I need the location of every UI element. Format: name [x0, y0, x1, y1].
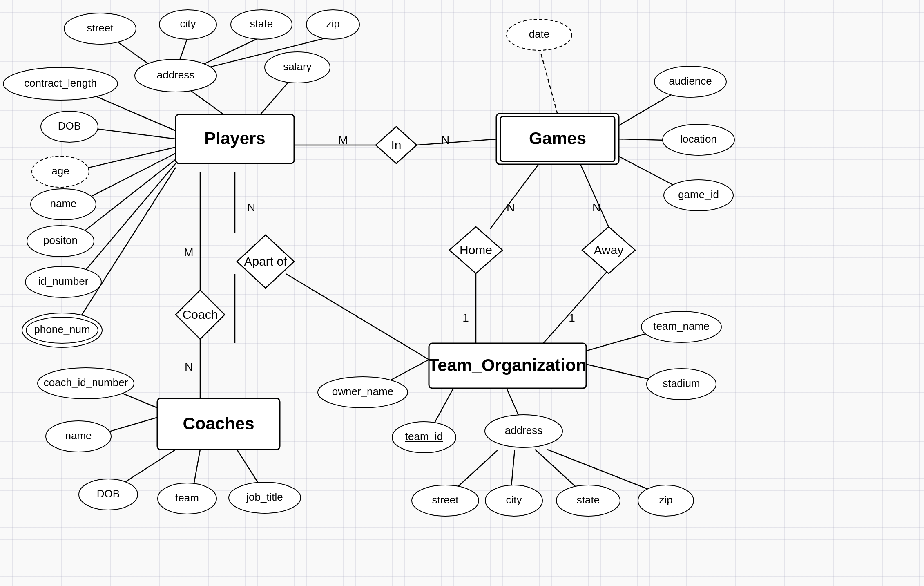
attr-job-title-label: job_title [246, 491, 283, 503]
attr-state-top-label: state [250, 18, 273, 30]
rel-away-label: Away [594, 243, 624, 257]
attr-zip-bottom-label: zip [659, 494, 672, 506]
attr-stadium-label: stadium [663, 377, 700, 389]
rel-apart-of-label: Apart of [244, 255, 287, 268]
attr-salary-label: salary [283, 60, 311, 73]
card-coach-coaches-n: N [185, 360, 193, 373]
attr-dob-players-label: DOB [58, 120, 81, 132]
svg-line-20 [580, 163, 609, 227]
attr-address-label: address [157, 69, 195, 81]
attr-city-top-label: city [180, 18, 196, 30]
svg-line-19 [490, 163, 539, 229]
card-games-away-n: N [592, 201, 600, 214]
entity-team-org-label: Team_Organization [429, 356, 587, 375]
svg-line-14 [417, 139, 498, 145]
svg-line-25 [286, 274, 429, 360]
attr-address-team-org-label: address [505, 424, 543, 436]
attr-position-label: positon [43, 234, 78, 246]
card-apart-players-n: N [247, 201, 255, 214]
attr-team-name-label: team_name [653, 320, 709, 332]
rel-coach-label: Coach [183, 308, 218, 321]
card-home-team-1: 1 [462, 311, 469, 324]
attr-name-coaches-label: name [65, 429, 92, 442]
attr-id-number-label: id_number [38, 275, 89, 287]
attr-audience-label: audience [669, 75, 712, 87]
attr-team-id-label: team_id [405, 430, 443, 443]
attr-age-label: age [51, 165, 69, 177]
attr-team-coaches-label: team [175, 492, 199, 504]
attr-coach-id-label: coach_id_number [44, 376, 128, 389]
card-in-games: N [441, 134, 449, 146]
attr-phone-num-label: phone_num [34, 323, 90, 335]
card-players-coach-m: M [184, 246, 193, 259]
attr-city-bottom-label: city [506, 494, 522, 506]
attr-date-label: date [529, 28, 550, 40]
card-away-team-1: 1 [569, 311, 575, 324]
attr-contract-length-label: contract_length [24, 77, 97, 89]
er-diagram: Players Games Coaches Team_Organization … [0, 0, 924, 586]
attr-state-bottom-label: state [577, 494, 600, 506]
attr-location-label: location [680, 133, 717, 145]
rel-home-label: Home [460, 243, 492, 257]
attr-zip-top-label: zip [326, 18, 339, 30]
svg-line-15 [539, 47, 558, 114]
attr-street-bottom-label: street [432, 494, 459, 506]
attr-name-players-label: name [50, 197, 76, 210]
entity-games-label: Games [529, 129, 586, 148]
attr-owner-name-label: owner_name [332, 385, 393, 398]
attr-street-label: street [87, 22, 114, 34]
svg-line-30 [118, 450, 176, 486]
svg-line-11 [76, 163, 176, 282]
attr-game-id-label: game_id [678, 188, 719, 201]
card-games-home-n: N [507, 201, 515, 214]
diagram-container: Players Games Coaches Team_Organization … [0, 0, 924, 586]
attr-dob-coaches-label: DOB [97, 488, 120, 500]
entity-players-label: Players [204, 129, 265, 148]
entity-coaches-label: Coaches [183, 414, 254, 433]
rel-in-label: In [391, 138, 401, 152]
card-players-in: M [338, 134, 348, 146]
svg-line-22 [543, 270, 609, 343]
